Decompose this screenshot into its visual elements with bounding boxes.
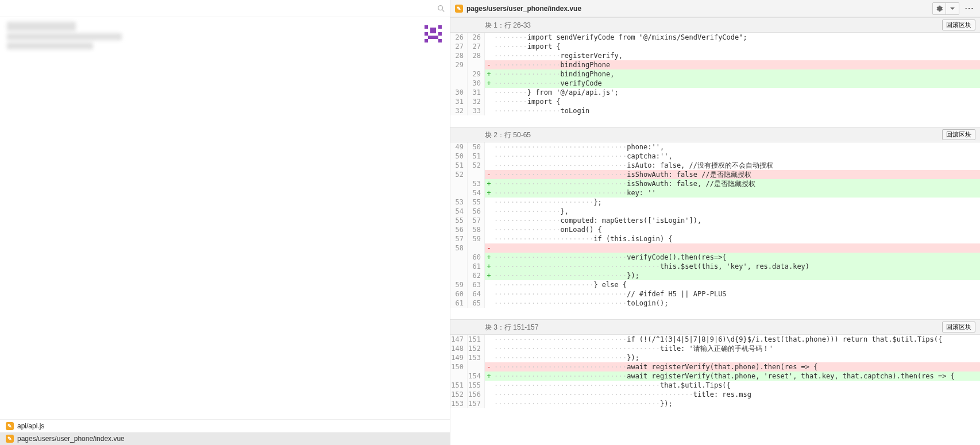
line-number-new: 151 bbox=[468, 335, 485, 344]
left-header bbox=[0, 0, 450, 17]
code-content: ········································… bbox=[493, 262, 980, 271]
diff-line: 53+································isSho… bbox=[450, 179, 980, 188]
line-number-new: 33 bbox=[468, 106, 485, 115]
code-content: ················computed: mapGetters(['i… bbox=[493, 216, 980, 225]
code-content: ················registerVerify, bbox=[493, 51, 980, 60]
line-number-new: 154 bbox=[468, 372, 485, 381]
line-number-old: 58 bbox=[450, 243, 468, 253]
diff-line: 154+································awai… bbox=[450, 372, 980, 381]
diff-line: 52-································isSho… bbox=[450, 170, 980, 179]
line-number-new: 153 bbox=[468, 353, 485, 362]
left-body bbox=[0, 63, 450, 419]
diff-marker bbox=[485, 152, 493, 161]
diff-line: 4950 ································pho… bbox=[450, 142, 980, 152]
file-item[interactable]: ✎pages/users/user_phone/index.vue bbox=[0, 432, 450, 445]
diff-marker bbox=[485, 198, 493, 207]
code-content: ················bindingPhone bbox=[493, 60, 980, 69]
line-number-old: 32 bbox=[450, 106, 468, 115]
line-number-old: 152 bbox=[450, 390, 468, 399]
diff-marker bbox=[485, 280, 493, 289]
line-number-new: 64 bbox=[468, 289, 485, 299]
code-content bbox=[493, 243, 980, 253]
diff-marker bbox=[485, 381, 493, 390]
more-icon[interactable]: ⋯ bbox=[963, 3, 975, 14]
line-number-old: 149 bbox=[450, 353, 468, 362]
line-number-new: 57 bbox=[468, 216, 485, 225]
diff-line: 29+················bindingPhone, bbox=[450, 69, 980, 79]
diff-marker: - bbox=[485, 60, 493, 69]
diff-marker: - bbox=[485, 243, 493, 253]
line-number-old: 53 bbox=[450, 198, 468, 207]
diff-marker bbox=[485, 142, 493, 152]
diff-line: 3031 ········} from '@/api/api.js'; bbox=[450, 88, 980, 97]
line-number-new: 54 bbox=[468, 188, 485, 198]
line-number-new bbox=[468, 243, 485, 253]
code-content: ································await re… bbox=[493, 362, 980, 372]
diff-marker bbox=[485, 88, 493, 97]
diff-marker bbox=[485, 344, 493, 353]
code-content: ········import sendVerifyCode from "@/mi… bbox=[493, 33, 980, 42]
code-content: ························} else { bbox=[493, 280, 980, 289]
diff-marker: + bbox=[485, 188, 493, 198]
code-content: ································if (!(/^… bbox=[493, 335, 980, 344]
diff-marker bbox=[485, 42, 493, 51]
diff-marker: + bbox=[485, 79, 493, 88]
diff-line: 60+································verif… bbox=[450, 253, 980, 262]
diff-marker: - bbox=[485, 170, 493, 179]
file-item[interactable]: ✎api/api.js bbox=[0, 420, 450, 432]
settings-group[interactable] bbox=[932, 2, 959, 15]
code-content: ········import { bbox=[493, 42, 980, 51]
code-content: ································verifyCo… bbox=[493, 253, 980, 262]
diff-body[interactable]: 块 1：行 26-33回滚区块2626 ········import sendV… bbox=[450, 17, 980, 445]
line-number-old: 52 bbox=[450, 170, 468, 179]
file-list: ✎api/api.js✎pages/users/user_phone/index… bbox=[0, 419, 450, 445]
diff-line: 5658 ················onLoad() { bbox=[450, 225, 980, 234]
diff-marker bbox=[485, 161, 493, 170]
gear-icon[interactable] bbox=[933, 3, 946, 14]
line-number-old: 54 bbox=[450, 207, 468, 216]
search-icon[interactable] bbox=[437, 5, 445, 13]
line-number-new: 50 bbox=[468, 142, 485, 152]
line-number-old bbox=[450, 262, 468, 271]
line-number-new: 156 bbox=[468, 390, 485, 399]
line-number-old bbox=[450, 79, 468, 88]
code-content: ················bindingPhone, bbox=[493, 69, 980, 79]
code-content: ························if (this.isLogin… bbox=[493, 234, 980, 243]
line-number-new: 59 bbox=[468, 234, 485, 243]
line-number-old bbox=[450, 179, 468, 188]
diff-marker bbox=[485, 51, 493, 60]
diff-line: 5963 ························} else { bbox=[450, 280, 980, 289]
code-content: ································await re… bbox=[493, 372, 980, 381]
diff-file-path: pages/users/user_phone/index.vue bbox=[466, 5, 929, 13]
svg-point-0 bbox=[438, 5, 443, 10]
code-content: ································captcha:… bbox=[493, 152, 980, 161]
right-panel: ✎ pages/users/user_phone/index.vue ⋯ 块 1… bbox=[450, 0, 980, 445]
code-content: ················toLogin bbox=[493, 106, 980, 115]
code-content: ································key: '' bbox=[493, 188, 980, 198]
diff-line: 5557 ················computed: mapGetter… bbox=[450, 216, 980, 225]
code-content: ································}); bbox=[493, 271, 980, 280]
line-number-old: 151 bbox=[450, 381, 468, 390]
diff-marker: + bbox=[485, 253, 493, 262]
line-number-new: 62 bbox=[468, 271, 485, 280]
line-number-new: 56 bbox=[468, 207, 485, 216]
diff-line: 148152 ·································… bbox=[450, 344, 980, 353]
line-number-old bbox=[450, 69, 468, 79]
diff-marker: + bbox=[485, 262, 493, 271]
diff-marker: + bbox=[485, 372, 493, 381]
code-content: ········································… bbox=[493, 381, 980, 390]
chevron-down-icon[interactable] bbox=[946, 3, 959, 14]
diff-marker bbox=[485, 216, 493, 225]
code-content: ································isShowAu… bbox=[493, 170, 980, 179]
file-path: api/api.js bbox=[17, 422, 44, 430]
revert-hunk-button[interactable]: 回滚区块 bbox=[942, 322, 975, 332]
line-number-new: 58 bbox=[468, 225, 485, 234]
diff-line: 152156 ·································… bbox=[450, 390, 980, 399]
line-number-old: 147 bbox=[450, 335, 468, 344]
line-number-new: 32 bbox=[468, 97, 485, 106]
line-number-old: 31 bbox=[450, 97, 468, 106]
line-number-old bbox=[450, 372, 468, 381]
revert-hunk-button[interactable]: 回滚区块 bbox=[942, 20, 975, 30]
revert-hunk-button[interactable]: 回滚区块 bbox=[942, 129, 975, 140]
diff-line: 58- bbox=[450, 243, 980, 253]
